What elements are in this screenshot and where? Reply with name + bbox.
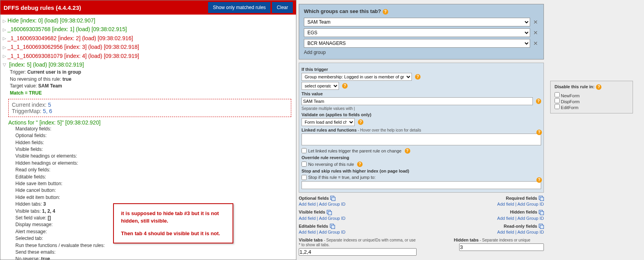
- copy-icon[interactable]: [330, 224, 335, 229]
- add-group-id-link[interactable]: Add Group ID: [517, 202, 544, 206]
- group-select[interactable]: SAM Team: [304, 18, 530, 26]
- add-group-id-link[interactable]: Add Group ID: [517, 216, 544, 221]
- trigger-value: Current user is in group: [27, 69, 81, 75]
- groups-heading: Which groups can see this tab??: [304, 8, 539, 15]
- visible-tabs-input[interactable]: [299, 248, 417, 256]
- rule-text: _1_1_1600693062956 [index: 3] (load) [09…: [7, 44, 139, 50]
- debug-header: DFFS debug rules (4.4.4.23) Show only ma…: [0, 0, 296, 15]
- triggermap-value: 5, 6: [43, 108, 52, 114]
- groups-box: Which groups can see this tab?? SAM Team…: [299, 4, 544, 59]
- rule-text: [index: 5] (load) [09:38:02.919]: [7, 61, 84, 68]
- annotation-line-1: it is supposed to hide tab #3 but it is …: [121, 210, 225, 225]
- rule-text: _1_1_1600693081079 [index: 4] (load) [09…: [7, 53, 139, 59]
- validate-on-select[interactable]: Form load and field change: [302, 118, 355, 126]
- hidden-tabs-input[interactable]: [459, 243, 544, 251]
- rule-line[interactable]: ▷_1_1_1600693081079 [index: 4] (load) [0…: [3, 52, 294, 60]
- hidden-tabs-section: Hidden tabs - Separate indexes or unique: [426, 238, 544, 256]
- triangle-right-icon[interactable]: ▷: [3, 53, 7, 60]
- annotation-line-2: Then tab 4 should be visible but it is n…: [121, 230, 225, 238]
- visible-tabs-section: Visible tabs - Separate indexes or uniqu…: [299, 238, 417, 256]
- triangle-right-icon[interactable]: ▷: [3, 18, 7, 25]
- action-row: Hide edit item button:: [15, 194, 294, 201]
- help-icon[interactable]: ?: [596, 84, 601, 90]
- triangle-down-icon[interactable]: ▽: [3, 61, 7, 69]
- add-group-id-link[interactable]: Add Group ID: [319, 202, 345, 206]
- action-row: No reverse: true: [15, 256, 294, 260]
- add-group-id-link[interactable]: Add Group ID: [319, 216, 345, 221]
- action-row: Hidden headings or elements:: [15, 160, 294, 167]
- noreverse-label: No reversing of this rule:: [10, 76, 62, 82]
- rule-line[interactable]: ▽ [index: 5] (load) [09:38:02.919]: [3, 60, 294, 69]
- copy-icon[interactable]: [539, 196, 544, 201]
- add-group-id-link[interactable]: Add Group ID: [319, 230, 345, 234]
- triggermap-label: TriggerMap:: [12, 108, 43, 114]
- add-field-link[interactable]: Add field: [497, 202, 514, 206]
- help-icon[interactable]: ?: [357, 162, 363, 167]
- remove-group-icon[interactable]: ✕: [532, 19, 539, 25]
- copy-icon[interactable]: [327, 210, 332, 215]
- newform-check[interactable]: NewForm: [555, 92, 629, 98]
- remove-group-icon[interactable]: ✕: [532, 30, 539, 36]
- group-select[interactable]: BCR MANAGERS: [304, 39, 530, 48]
- rule-line[interactable]: ▷_1_1_1600693062956 [index: 3] (load) [0…: [3, 43, 294, 51]
- copy-icon[interactable]: [539, 224, 544, 229]
- current-index-value: 5: [48, 102, 51, 108]
- add-field-link[interactable]: Add field: [497, 216, 514, 221]
- rule-detail: Trigger: Current user is in group No rev…: [10, 69, 294, 97]
- stop-jump-input[interactable]: [302, 181, 541, 189]
- no-reversing-check[interactable]: No reversing of this rule?: [302, 162, 541, 167]
- disable-rule-heading: Disable this rule in:?: [555, 84, 629, 90]
- copy-icon[interactable]: [330, 196, 335, 201]
- actions-heading: Actions for " [index: 5]" [09:38:02.920]: [8, 119, 294, 126]
- help-icon[interactable]: ?: [536, 177, 542, 183]
- visible-fields-section: Visible fields Add field | Add Group ID: [299, 210, 417, 221]
- help-icon[interactable]: ?: [415, 74, 421, 80]
- remove-group-icon[interactable]: ✕: [532, 40, 539, 46]
- add-field-link[interactable]: Add field: [497, 230, 514, 234]
- action-row: Mandatory fields:: [15, 126, 294, 132]
- debug-panel: DFFS debug rules (4.4.4.23) Show only ma…: [0, 0, 296, 260]
- help-icon[interactable]: ?: [358, 119, 363, 125]
- editform-check[interactable]: EditForm: [555, 104, 629, 110]
- value-input[interactable]: [302, 97, 533, 105]
- add-field-link[interactable]: Add field: [299, 216, 316, 221]
- group-select[interactable]: EGS: [304, 28, 530, 37]
- copy-icon[interactable]: [539, 210, 544, 215]
- add-field-link[interactable]: Add field: [299, 202, 316, 206]
- required-fields-section: Required fields Add field | Add Group ID: [426, 196, 544, 207]
- rule-line[interactable]: ▷_1_1600693049682 [index: 2] (load) [09:…: [3, 34, 294, 43]
- dispform-check[interactable]: DispForm: [555, 98, 629, 104]
- add-group-link[interactable]: Add group: [304, 50, 539, 55]
- trigger-select[interactable]: Group membership: Logged in user is memb…: [302, 73, 412, 81]
- action-row: Hidden fields:: [15, 139, 294, 146]
- triangle-right-icon[interactable]: ▷: [3, 35, 7, 42]
- stop-check[interactable]: Stop if this rule = true, and jump to:: [302, 175, 541, 180]
- triangle-right-icon[interactable]: ▷: [3, 26, 7, 33]
- rule-line[interactable]: ▷_1600693035768 [index: 1] (load) [09:38…: [3, 25, 294, 33]
- action-row: Visible fields:: [15, 146, 294, 153]
- clear-button[interactable]: Clear: [272, 2, 293, 13]
- rule-text: Hide [index: 0] (load) [09:38:02.907]: [7, 17, 95, 24]
- target-value: SAM Team: [38, 83, 62, 89]
- trigger-heading: If this trigger: [302, 67, 541, 72]
- help-icon[interactable]: ?: [536, 130, 542, 135]
- optional-fields-section: Optional fields Add field | Add Group ID: [299, 196, 417, 207]
- add-group-id-link[interactable]: Add Group ID: [517, 230, 544, 234]
- operator-select[interactable]: select operator...: [302, 82, 339, 90]
- group-select-row: BCR MANAGERS✕: [304, 39, 539, 48]
- stop-heading: Stop and skip rules with higher index (o…: [302, 169, 541, 173]
- linked-trigger-check[interactable]: Let linked rules trigger the parent rule…: [302, 148, 541, 154]
- disable-rule-column: Disable this rule in:? NewForm DispForm …: [550, 4, 633, 113]
- help-icon[interactable]: ?: [342, 83, 348, 89]
- triangle-right-icon[interactable]: ▷: [3, 44, 7, 51]
- show-matched-button[interactable]: Show only matched rules: [208, 2, 270, 13]
- action-row: Editable fields:: [15, 174, 294, 180]
- add-field-link[interactable]: Add field: [299, 230, 316, 234]
- help-icon[interactable]: ?: [405, 148, 410, 154]
- trigger-label: Trigger:: [10, 69, 27, 75]
- help-icon[interactable]: ?: [383, 9, 388, 15]
- field-sections: Optional fields Add field | Add Group ID…: [299, 196, 544, 256]
- help-icon[interactable]: ?: [536, 98, 542, 104]
- rule-line[interactable]: ▷Hide [index: 0] (load) [09:38:02.907]: [3, 16, 294, 25]
- linked-rules-input[interactable]: [302, 134, 541, 145]
